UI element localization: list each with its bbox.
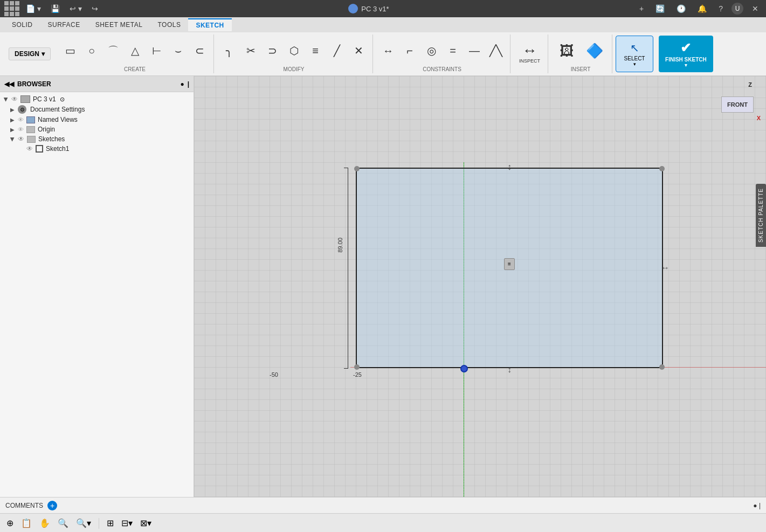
pan-button[interactable]: ✋	[37, 517, 52, 529]
mirror-icon: ⬡	[289, 45, 299, 56]
select-chevron: ▾	[633, 61, 636, 67]
sketch-rectangle[interactable]: ↕ ↕ ↔ ≡	[356, 168, 663, 368]
tree-expand-sketch1[interactable]	[17, 146, 25, 152]
tree-item-origin[interactable]: ▶ 👁 Origin	[0, 125, 194, 134]
visibility-sketch1[interactable]: 👁	[26, 145, 33, 153]
circle-tool[interactable]: ○	[82, 44, 101, 58]
circle-constrain[interactable]: ◎	[422, 44, 441, 58]
tab-tools[interactable]: TOOLS	[150, 19, 188, 31]
title-bar-left: 📄 ▾ 💾 ↩ ▾ ↪	[4, 1, 101, 16]
bottom-toolbar: ⊕ 📋 ✋ 🔍 🔍▾ ⊞ ⊟▾ ⊠▾	[0, 513, 766, 532]
trim-tool[interactable]: ✂	[241, 44, 260, 58]
update-button[interactable]: 🔄	[652, 3, 668, 14]
mirror-tool[interactable]: ⬡	[284, 44, 303, 58]
file-menu-button[interactable]: 📄 ▾	[23, 3, 44, 14]
design-label: DESIGN	[15, 50, 39, 58]
finish-sketch-button[interactable]: ✔ FINISH SKETCH ▾	[659, 36, 713, 72]
undo-button[interactable]: ↩ ▾	[66, 3, 85, 14]
sketch-icon	[36, 145, 43, 153]
polygon-icon: △	[131, 45, 139, 56]
tree-label-origin: Origin	[38, 126, 55, 133]
circle-icon: ○	[88, 45, 95, 56]
spline-tool[interactable]: ⌣	[168, 44, 188, 58]
tree-item-named-views[interactable]: ▶ 👁 Named Views	[0, 115, 194, 125]
tree-expand-pc3v1[interactable]: ▶	[3, 95, 9, 103]
target-icon[interactable]: ⊙	[60, 96, 65, 103]
dim-tool[interactable]: ↔	[378, 44, 398, 58]
comments-options[interactable]: ● |	[753, 502, 761, 509]
tree-expand-origin[interactable]: ▶	[9, 127, 16, 133]
dash-icon: —	[469, 45, 480, 56]
tree-label-sketches: Sketches	[38, 135, 65, 143]
title-bar: 📄 ▾ 💾 ↩ ▾ ↪ PC 3 v1* + 🔄 🕐 🔔 ? U ✕	[0, 0, 766, 17]
comments-bar: COMMENTS + ● |	[0, 497, 766, 513]
close-button[interactable]: ✕	[749, 3, 762, 14]
inspect-tools: ↔INSPECT	[516, 36, 543, 71]
tab-sheet-metal[interactable]: SHEET METAL	[88, 19, 150, 31]
offset-tool[interactable]: ⊂	[190, 44, 209, 58]
sketch-palette-tab[interactable]: SKETCH PALETTE	[756, 184, 766, 247]
redo-button[interactable]: ↪	[88, 3, 101, 14]
horiz-constrain-tool[interactable]: ⌐	[400, 44, 419, 58]
spline-icon: ⌣	[175, 45, 182, 56]
equals-constrain[interactable]: =	[443, 44, 463, 58]
select-section: ↖ SELECT ▾	[616, 34, 653, 73]
tree-expand-named-views[interactable]: ▶	[9, 117, 16, 123]
tab-solid[interactable]: SOLID	[4, 19, 40, 31]
look-at-button[interactable]: 📋	[19, 517, 34, 529]
tree-item-pc3v1[interactable]: ▶ 👁 PC 3 v1 ⊙	[0, 94, 194, 104]
cross-tool[interactable]: ✕	[349, 44, 368, 58]
dash-constrain[interactable]: —	[465, 44, 484, 58]
inspect-tool[interactable]: ↔INSPECT	[516, 41, 543, 66]
slot-tool[interactable]: ⊢	[147, 44, 166, 58]
visual-style-button[interactable]: ⊠▾	[138, 517, 154, 529]
user-avatar[interactable]: U	[732, 3, 743, 15]
arc-tool[interactable]: ⌒	[103, 44, 123, 58]
notification-button[interactable]: 🔔	[694, 3, 710, 14]
fit-view-button[interactable]: ⊕	[4, 517, 16, 529]
browser-pin-icon[interactable]: |	[188, 80, 189, 88]
select-button[interactable]: ↖ SELECT ▾	[616, 36, 653, 72]
title-bar-right: + 🔄 🕐 🔔 ? U ✕	[636, 3, 762, 15]
insert-canvas-tool[interactable]: 🔷	[582, 42, 608, 60]
app-grid-icon[interactable]	[4, 1, 19, 16]
browser-collapse-icon[interactable]: ◀◀	[4, 80, 14, 88]
corner-br	[659, 364, 665, 370]
constraint-icon[interactable]: ≡	[504, 258, 515, 270]
tree-item-sketch1[interactable]: 👁 Sketch1	[0, 144, 194, 154]
title-bar-center: PC 3 v1*	[348, 4, 389, 13]
visibility-sketches[interactable]: 👁	[18, 135, 24, 143]
polygon-tool[interactable]: △	[125, 44, 144, 58]
save-button[interactable]: 💾	[47, 3, 63, 14]
viewport[interactable]: ↕ ↕ ↔ ≡ 89.00 -25 -50 Z FRONT X SKETCH P…	[194, 76, 766, 497]
browser-options-icon[interactable]: ●	[180, 80, 184, 88]
offset-curve-tool[interactable]: ≡	[306, 44, 325, 58]
tree-expand-sketches[interactable]: ▶	[10, 135, 16, 143]
tree-item-doc-settings[interactable]: ▶ ⚙ Document Settings	[0, 104, 194, 115]
insert-image-tool[interactable]: 🖼	[554, 42, 579, 60]
origin-folder-icon	[26, 126, 35, 133]
tree-expand-doc-settings[interactable]: ▶	[9, 107, 16, 113]
add-comment-button[interactable]: +	[47, 501, 57, 510]
clock-button[interactable]: 🕐	[673, 3, 689, 14]
diag-constrain[interactable]: ╱╲	[486, 44, 506, 58]
create-group-label: CREATE	[124, 65, 146, 72]
zoom-extend-button[interactable]: 🔍▾	[74, 517, 93, 529]
front-face[interactable]: FRONT	[721, 96, 754, 113]
break-tool[interactable]: ╱	[327, 44, 347, 58]
display-mode-button[interactable]: ⊞	[105, 517, 116, 529]
fillet-tool[interactable]: ╮	[219, 44, 239, 58]
view-cube[interactable]: Z FRONT X	[719, 80, 762, 123]
tab-sketch[interactable]: SKETCH	[188, 18, 231, 31]
tree-item-sketches[interactable]: ▶ 👁 Sketches	[0, 134, 194, 144]
tab-add-button[interactable]: +	[636, 3, 647, 14]
browser-title: BROWSER	[17, 80, 51, 88]
design-button[interactable]: DESIGN ▾	[9, 47, 51, 60]
extend-tool[interactable]: ⊃	[263, 44, 282, 58]
grid-button[interactable]: ⊟▾	[119, 517, 135, 529]
tab-surface[interactable]: SURFACE	[40, 19, 88, 31]
zoom-button[interactable]: 🔍	[56, 517, 71, 529]
rectangle-tool[interactable]: ▭	[60, 44, 80, 58]
help-button[interactable]: ?	[715, 3, 726, 14]
visibility-pc3v1[interactable]: 👁	[11, 95, 18, 103]
